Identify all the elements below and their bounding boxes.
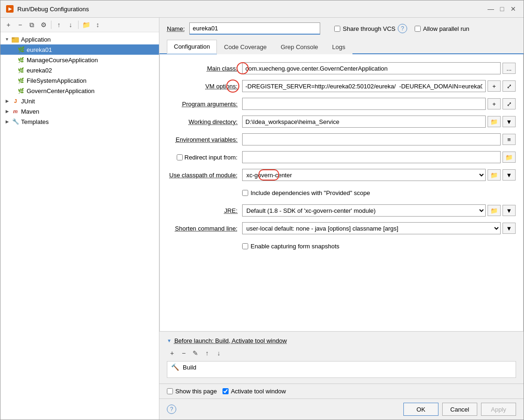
spring-icon3: 🌿 bbox=[17, 66, 25, 74]
redirect-checkbox[interactable] bbox=[177, 154, 183, 160]
include-deps-wrapper: Include dependencies with "Provided" sco… bbox=[242, 189, 370, 196]
before-launch-label: Before launch: Build, Activate tool wind… bbox=[174, 337, 287, 344]
vm-options-label: VM options: bbox=[167, 83, 242, 90]
spacer3 bbox=[10, 67, 15, 73]
before-launch-edit-button[interactable]: ✎ bbox=[190, 348, 201, 358]
move-down-button[interactable]: ↓ bbox=[65, 20, 76, 30]
sort-button[interactable]: ↕ bbox=[93, 20, 103, 30]
tab-grep-console[interactable]: Grep Console bbox=[273, 40, 325, 54]
jre-arrow-button[interactable]: ▼ bbox=[502, 205, 516, 216]
jre-folder-button[interactable]: 📁 bbox=[488, 205, 501, 216]
env-vars-row: Environment variables: ≡ bbox=[167, 133, 516, 146]
sidebar-item-eureka01[interactable]: 🌿 eureka01 bbox=[0, 44, 159, 55]
maven-toggle: ▶ bbox=[4, 109, 10, 114]
move-up-button[interactable]: ↑ bbox=[54, 20, 64, 30]
sidebar-item-junit[interactable]: ▶ J JUnit bbox=[0, 96, 159, 106]
show-page-wrapper: Show this page bbox=[167, 388, 217, 395]
redirect-file-button[interactable]: 📁 bbox=[502, 152, 516, 163]
toggle-icon: ▼ bbox=[4, 36, 10, 42]
maximize-button[interactable]: □ bbox=[497, 4, 507, 14]
jre-select[interactable]: Default (1.8 - SDK of 'xc-govern-center'… bbox=[242, 204, 486, 217]
classpath-wrapper: xc-govern-center 📁 ▼ bbox=[242, 169, 516, 181]
enable-snapshots-checkbox[interactable] bbox=[242, 243, 248, 249]
share-vcs-checkbox[interactable] bbox=[334, 26, 340, 32]
filesystem-label: FileSystemApplication bbox=[27, 77, 86, 84]
vm-expand-button[interactable]: + bbox=[488, 80, 501, 92]
main-class-input[interactable] bbox=[242, 62, 501, 74]
sidebar-item-maven[interactable]: ▶ m Maven bbox=[0, 106, 159, 116]
enable-snapshots-row: Enable capturing form snapshots bbox=[167, 239, 516, 253]
wrench-icon: 🔧 bbox=[12, 118, 19, 125]
sidebar-item-application[interactable]: ▼ Application bbox=[0, 34, 159, 44]
program-args-input[interactable] bbox=[242, 98, 486, 110]
window-title: Run/Debug Configurations bbox=[17, 6, 89, 13]
program-args-expand-button[interactable]: + bbox=[488, 98, 501, 109]
env-vars-btn[interactable]: ≡ bbox=[502, 134, 516, 145]
vm-fullscreen-button[interactable]: ⤢ bbox=[502, 80, 516, 92]
share-vcs-label: Share through VCS bbox=[343, 25, 395, 32]
sidebar-item-eureka02[interactable]: 🌿 eureka02 bbox=[0, 65, 159, 75]
main-class-browse-button[interactable]: ... bbox=[502, 63, 516, 74]
env-vars-label: Environment variables: bbox=[167, 136, 242, 143]
vm-options-input-wrapper: + ⤢ bbox=[242, 80, 516, 92]
sidebar-item-templates[interactable]: ▶ 🔧 Templates bbox=[0, 116, 159, 127]
main-class-label: Main class: bbox=[167, 65, 242, 72]
toolbar-separator-2 bbox=[78, 21, 79, 29]
enable-snapshots-label: Enable capturing form snapshots bbox=[251, 243, 339, 250]
include-deps-checkbox[interactable] bbox=[242, 190, 248, 196]
minimize-button[interactable]: — bbox=[486, 4, 495, 14]
spring-icon5: 🌿 bbox=[17, 87, 25, 94]
remove-config-button[interactable]: − bbox=[15, 20, 25, 30]
before-launch-add-button[interactable]: + bbox=[167, 348, 177, 358]
help-button[interactable]: ? bbox=[167, 405, 176, 414]
templates-toggle: ▶ bbox=[4, 119, 10, 124]
working-dir-arrow-button[interactable]: ▼ bbox=[502, 116, 516, 127]
list-item: 🔨 Build bbox=[167, 362, 516, 373]
close-button[interactable]: ✕ bbox=[509, 4, 518, 14]
show-page-checkbox[interactable] bbox=[167, 388, 173, 394]
before-launch-down-button[interactable]: ↓ bbox=[214, 348, 224, 358]
tab-code-coverage[interactable]: Code Coverage bbox=[217, 40, 273, 54]
vm-options-input[interactable] bbox=[242, 80, 486, 92]
vm-options-row: VM options: + ⤢ bbox=[167, 80, 516, 93]
bottom-row: Show this page Activate tool window bbox=[159, 384, 524, 398]
before-launch-up-button[interactable]: ↑ bbox=[202, 348, 212, 358]
add-config-button[interactable]: + bbox=[3, 20, 14, 30]
copy-config-button[interactable]: ⧉ bbox=[27, 20, 37, 30]
help-icon-vcs[interactable]: ? bbox=[398, 24, 407, 33]
before-launch-header: ▼ Before launch: Build, Activate tool wi… bbox=[167, 337, 516, 344]
classpath-select[interactable]: xc-govern-center bbox=[242, 169, 486, 181]
sidebar-item-filesystem[interactable]: 🌿 FileSystemApplication bbox=[0, 75, 159, 86]
classpath-folder-button[interactable]: 📁 bbox=[488, 169, 501, 181]
shorten-cmd-arrow-button[interactable]: ▼ bbox=[502, 223, 516, 234]
ok-button[interactable]: OK bbox=[403, 403, 438, 416]
tabs-bar: Configuration Code Coverage Grep Console… bbox=[159, 39, 524, 54]
working-dir-folder-button[interactable]: 📁 bbox=[488, 116, 501, 127]
title-bar: ▶ Run/Debug Configurations — □ ✕ bbox=[0, 0, 524, 18]
allow-parallel-checkbox[interactable] bbox=[415, 26, 421, 32]
env-vars-input[interactable] bbox=[242, 133, 501, 145]
tab-configuration[interactable]: Configuration bbox=[167, 40, 217, 54]
working-dir-input[interactable] bbox=[242, 116, 486, 128]
toolbar-separator bbox=[51, 21, 51, 29]
program-args-fullscreen-button[interactable]: ⤢ bbox=[502, 98, 516, 109]
footer-right: OK Cancel Apply bbox=[403, 403, 516, 416]
name-input[interactable] bbox=[189, 22, 320, 35]
apply-button[interactable]: Apply bbox=[481, 403, 516, 416]
shorten-cmd-select[interactable]: user-local default: none - java [options… bbox=[242, 222, 501, 234]
classpath-arrow-button[interactable]: ▼ bbox=[502, 169, 516, 181]
sidebar-item-manage-course[interactable]: 🌿 ManageCourseApplication bbox=[0, 55, 159, 65]
before-launch-remove-button[interactable]: − bbox=[179, 348, 189, 358]
sidebar-item-govern-center[interactable]: 🌿 GovernCenterApplication bbox=[0, 86, 159, 96]
include-deps-label: Include dependencies with "Provided" sco… bbox=[251, 189, 370, 196]
activate-window-checkbox[interactable] bbox=[223, 388, 229, 394]
cancel-button[interactable]: Cancel bbox=[442, 403, 477, 416]
tab-logs[interactable]: Logs bbox=[325, 40, 352, 54]
redirect-input[interactable] bbox=[242, 151, 501, 163]
folder-button[interactable]: 📁 bbox=[81, 20, 91, 30]
working-dir-label: Working directory: bbox=[167, 118, 242, 125]
redirect-label: Redirect input from: bbox=[185, 154, 237, 161]
settings-button[interactable]: ⚙ bbox=[38, 20, 49, 30]
name-label: Name: bbox=[167, 25, 185, 32]
classpath-label: Use classpath of module: bbox=[167, 172, 242, 179]
